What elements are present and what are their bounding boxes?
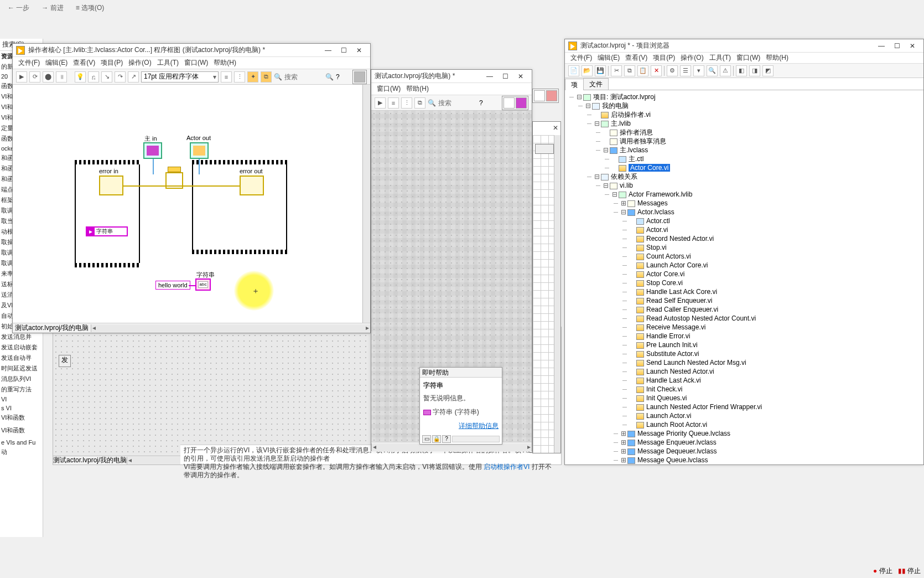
proj-copy-button[interactable]: ⧉ (624, 65, 635, 76)
left-item[interactable]: e VIs and Fu (0, 438, 43, 447)
step-out-button[interactable]: ↗ (128, 71, 139, 82)
tree-vilib[interactable]: ⊟vi.lib ⊟Actor Framework.lvlib ⊞Messages… (603, 181, 921, 465)
bd-menu-item[interactable]: 工具(T) (157, 58, 179, 68)
conpane-peek1[interactable] (534, 90, 545, 101)
font-dropdown[interactable]: 17pt 应用程序字体 (141, 71, 219, 82)
help-q-button[interactable]: ? (442, 435, 451, 443)
tree-item[interactable]: ⊞Message Priority Queue.lvclass (620, 429, 921, 438)
bd-titlebar[interactable]: 操作者核心 [主.lvlib:主.lvclass:Actor Cor...] 程… (13, 44, 370, 57)
left-item[interactable]: 消息队列VI (0, 374, 43, 384)
tree-item[interactable]: 操作者消息 (603, 128, 921, 137)
bd2-reorder-button[interactable]: ⧉ (414, 97, 425, 109)
tree-item[interactable]: Handle Last Ack Core.vi (629, 287, 921, 296)
desc-link[interactable]: 启动根操作者VI (484, 463, 530, 471)
tree-af[interactable]: ⊟Actor Framework.lvlib ⊞Messages ⊟Actor.… (611, 190, 921, 465)
proj-menu-item[interactable]: 帮助(H) (766, 53, 788, 63)
nav-back-button[interactable]: ← 一步 (4, 2, 33, 14)
control-main-in[interactable] (143, 142, 162, 159)
proj-max-button[interactable]: ☐ (889, 40, 905, 51)
project-tree[interactable]: ⊟项目: 测试actor.lvproj ⊟我的电脑 启动操作者.vi ⊟主.lv… (565, 90, 923, 465)
fp-control[interactable] (535, 144, 554, 154)
help-link[interactable]: 详细帮助信息 (459, 422, 499, 430)
proj-resolve-button[interactable]: ⚙ (667, 65, 678, 76)
tree-item[interactable]: Stop Core.vi (629, 278, 921, 287)
run-cont-button[interactable]: ⟳ (29, 71, 40, 82)
bd2-min-button[interactable]: — (482, 71, 497, 82)
highlight-button[interactable]: 💡 (75, 71, 86, 82)
proj-menu-item[interactable]: 操作(O) (681, 53, 703, 63)
distribute-button[interactable]: ⋮ (234, 71, 245, 82)
bd-menu-item[interactable]: 文件(F) (18, 58, 40, 68)
tab-files[interactable]: 文件 (583, 78, 609, 90)
local-variable-string[interactable]: ▸ 字符串 (86, 226, 128, 236)
abort-button[interactable]: ⬤ (43, 71, 54, 82)
fp-close-button[interactable]: ✕ (553, 124, 558, 132)
tree-item[interactable]: Record Nested Actor.vi (629, 234, 921, 243)
bd-menu-item[interactable]: 编辑(E) (45, 58, 68, 68)
step-into-button[interactable]: ↘ (101, 71, 112, 82)
left-item[interactable]: s VI (0, 404, 43, 412)
tree-actor-class[interactable]: ⊟Actor.lvclass Actor.ctlActor.viRecord N… (620, 208, 921, 429)
bd-search-input[interactable] (284, 73, 323, 81)
proj-warn-button[interactable]: ⚠ (720, 65, 731, 76)
retain-button[interactable]: ⎌ (88, 71, 99, 82)
left-item[interactable]: VI和函数 (0, 425, 43, 436)
left-item[interactable]: 时间延迟发送 (0, 363, 43, 374)
indicator-actor-out[interactable] (190, 142, 209, 159)
bd-min-button[interactable]: — (320, 45, 336, 56)
tree-item[interactable]: Actor.vi (629, 225, 921, 234)
tree-item[interactable]: Handle Last Ack.vi (629, 376, 921, 385)
tree-class[interactable]: ⊟主.lvclass 主.ctl Actor Core.vi (603, 146, 921, 172)
reorder-button[interactable]: ⧉ (261, 71, 272, 82)
nav-forward-button[interactable]: → 前进 (38, 2, 66, 14)
conpane-peek2[interactable] (546, 90, 557, 101)
tree-item[interactable]: 调用者独享消息 (603, 137, 921, 146)
help-simple-button[interactable]: ▭ (422, 435, 431, 443)
bd-menu-item[interactable]: 帮助(H) (214, 58, 236, 68)
bd2-menu-help[interactable]: 帮助(H) (406, 84, 429, 94)
bd2-search-input[interactable] (438, 99, 477, 107)
proj-menu-item[interactable]: 窗口(W) (736, 53, 760, 63)
proj-menu-item[interactable]: 项目(P) (653, 53, 675, 63)
proj-filter-button[interactable]: ▾ (693, 65, 704, 76)
help-icon[interactable]: ? (479, 99, 483, 107)
error-out-cluster[interactable] (240, 176, 264, 195)
left-item[interactable]: 动 (0, 447, 43, 457)
bd-conpane-cell[interactable] (354, 71, 365, 82)
proj-delete-button[interactable]: ✕ (651, 65, 662, 76)
bd-menu-item[interactable]: 窗口(W) (184, 58, 208, 68)
proj-new-button[interactable]: 📄 (568, 65, 579, 76)
proj-menu-item[interactable]: 工具(T) (709, 53, 731, 63)
proj-min-button[interactable]: — (874, 40, 889, 51)
tree-item[interactable]: Launch Actor.vi (629, 411, 921, 420)
tree-my-computer[interactable]: ⊟我的电脑 启动操作者.vi ⊟主.lvlib 操作者消息 调用者独享消息 ⊟主… (585, 101, 921, 465)
tree-item[interactable]: Substitute Actor.vi (629, 349, 921, 358)
help-hscroll[interactable] (452, 436, 500, 442)
tree-item[interactable]: Actor.ctl (629, 216, 921, 225)
string-indicator[interactable]: abc (195, 278, 211, 291)
proj-t3-button[interactable]: ◩ (762, 65, 774, 76)
context-help-icon[interactable]: ? (336, 73, 340, 81)
tree-item[interactable]: ⊞Message Dequeuer.lvclass (620, 447, 921, 456)
tree-item[interactable]: Stop.vi (629, 243, 921, 252)
proj-t2-button[interactable]: ◨ (749, 65, 760, 76)
tab-items[interactable]: 项 (565, 79, 584, 90)
bd-vscroll[interactable] (362, 85, 370, 323)
proj-open-button[interactable]: 📂 (582, 65, 593, 76)
run-button[interactable]: ▶ (16, 71, 27, 82)
tree-item[interactable]: Read Self Enqueuer.vi (629, 296, 921, 305)
left-item[interactable]: VI (0, 395, 43, 404)
conpane-cell[interactable] (503, 97, 515, 109)
bd-menu-item[interactable]: 操作(O) (128, 58, 151, 68)
tree-item[interactable]: Receive Message.vi (629, 323, 921, 332)
fp-vscroll[interactable] (554, 135, 560, 453)
bd-canvas[interactable]: 主 in Actor out error in error out 字符串 ▸ … (13, 85, 370, 323)
bd2-run-button[interactable]: ▶ (375, 97, 386, 109)
fp-button[interactable]: 发 (59, 355, 71, 367)
left-item[interactable]: 发送启动嵌套 (0, 342, 43, 353)
tree-item[interactable]: Launch Actor Core.vi (629, 261, 921, 270)
tree-item[interactable]: Launch Nested Actor.vi (629, 367, 921, 376)
tree-item[interactable]: Handle Error.vi (629, 332, 921, 340)
tree-root[interactable]: ⊟项目: 测试actor.lvproj ⊟我的电脑 启动操作者.vi ⊟主.lv… (576, 92, 921, 465)
tree-item[interactable]: 主.ctl (611, 154, 921, 163)
